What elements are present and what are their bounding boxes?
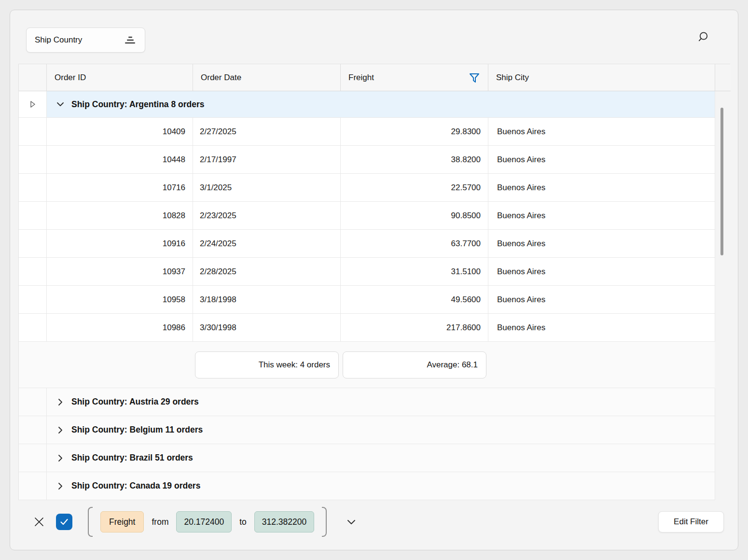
close-filter-icon[interactable] <box>33 516 45 528</box>
app-window: Ship Country Order ID Order Date Freight <box>10 10 738 550</box>
table-row[interactable]: 10448 2/17/1997 38.8200 Buenos Aires <box>18 146 715 174</box>
column-header-order-id[interactable]: Order ID <box>47 64 193 91</box>
group-panel-chip-ship-country[interactable]: Ship Country <box>26 28 145 53</box>
filter-enabled-checkbox[interactable] <box>56 514 72 530</box>
group-header-label: Ship Country: Austria 29 orders <box>71 397 199 407</box>
checkmark-icon <box>59 517 69 527</box>
cell-freight[interactable]: 38.8200 <box>341 146 488 174</box>
cell-ship-city[interactable]: Buenos Aires <box>488 286 715 314</box>
row-gutter-cell <box>19 416 47 444</box>
cell-order-id[interactable]: 10937 <box>47 258 193 286</box>
cell-order-date[interactable]: 3/1/2025 <box>193 174 341 202</box>
table-row[interactable]: 10828 2/23/2025 90.8500 Buenos Aires <box>18 202 715 230</box>
filter-from-value-chip[interactable]: 20.172400 <box>176 511 232 532</box>
chevron-right-icon <box>55 453 65 463</box>
group-row-brazil: Ship Country: Brazil 51 orders <box>18 444 715 472</box>
group-header-label: Ship Country: Canada 19 orders <box>71 481 200 491</box>
cell-order-date[interactable]: 2/17/1997 <box>193 146 341 174</box>
cell-ship-city[interactable]: Buenos Aires <box>488 146 715 174</box>
group-header-canada[interactable]: Ship Country: Canada 19 orders <box>47 472 715 500</box>
cell-order-date[interactable]: 2/27/2025 <box>193 118 341 146</box>
table-row[interactable]: 10986 3/30/1998 217.8600 Buenos Aires <box>18 314 715 342</box>
summary-empty-cell <box>488 342 715 388</box>
column-header-ship-city[interactable]: Ship City <box>488 64 715 91</box>
row-gutter-cell <box>19 202 47 230</box>
close-bracket <box>322 507 327 537</box>
column-header-label: Order ID <box>55 73 86 83</box>
chevron-right-icon <box>55 481 65 491</box>
edit-filter-button[interactable]: Edit Filter <box>658 511 724 532</box>
group-panel-chip-label: Ship Country <box>35 35 82 45</box>
summary-gutter <box>19 342 47 388</box>
cell-freight[interactable]: 49.5600 <box>341 286 488 314</box>
search-icon[interactable] <box>695 28 713 46</box>
row-gutter-cell <box>19 258 47 286</box>
row-expand-gutter[interactable] <box>19 91 47 118</box>
filter-panel: Freight from 20.172400 to 312.382200 Edi… <box>28 510 724 534</box>
row-gutter-cell <box>19 286 47 314</box>
vertical-scrollbar-thumb[interactable] <box>720 108 723 255</box>
cell-order-id[interactable]: 10916 <box>47 230 193 258</box>
cell-ship-city[interactable]: Buenos Aires <box>488 314 715 342</box>
summary-empty-cell <box>47 342 193 388</box>
column-header-order-date[interactable]: Order Date <box>193 64 341 91</box>
cell-order-date[interactable]: 3/18/1998 <box>193 286 341 314</box>
cell-order-date[interactable]: 3/30/1998 <box>193 314 341 342</box>
chevron-right-icon <box>55 425 65 435</box>
filter-to-value-chip[interactable]: 312.382200 <box>254 511 314 532</box>
filter-from-label: from <box>152 517 168 527</box>
row-gutter-cell <box>19 444 47 472</box>
group-header-brazil[interactable]: Ship Country: Brazil 51 orders <box>47 444 715 472</box>
summary-badge-average: Average: 68.1 <box>343 351 486 378</box>
filter-menu-chevron-down-icon[interactable] <box>345 515 358 529</box>
group-header-austria[interactable]: Ship Country: Austria 29 orders <box>47 388 715 416</box>
cell-order-id[interactable]: 10828 <box>47 202 193 230</box>
row-gutter-cell <box>19 146 47 174</box>
group-row-canada: Ship Country: Canada 19 orders <box>18 472 715 500</box>
table-row[interactable]: 10937 2/28/2025 31.5100 Buenos Aires <box>18 258 715 286</box>
row-gutter-cell <box>19 174 47 202</box>
row-gutter-cell <box>19 230 47 258</box>
summary-cell-freight: Average: 68.1 <box>341 342 488 388</box>
cell-order-id[interactable]: 10716 <box>47 174 193 202</box>
table-row[interactable]: 10409 2/27/2025 29.8300 Buenos Aires <box>18 118 715 146</box>
cell-order-date[interactable]: 2/23/2025 <box>193 202 341 230</box>
filter-criteria-group: Freight from 20.172400 to 312.382200 <box>88 507 327 537</box>
row-gutter-cell <box>19 314 47 342</box>
cell-order-id[interactable]: 10958 <box>47 286 193 314</box>
cell-order-date[interactable]: 2/24/2025 <box>193 230 341 258</box>
table-row[interactable]: 10958 3/18/1998 49.5600 Buenos Aires <box>18 286 715 314</box>
cell-ship-city[interactable]: Buenos Aires <box>488 202 715 230</box>
column-header-freight[interactable]: Freight <box>341 64 488 91</box>
group-header-label: Ship Country: Argentina 8 orders <box>71 99 205 110</box>
cell-order-id[interactable]: 10986 <box>47 314 193 342</box>
table-row[interactable]: 10716 3/1/2025 22.5700 Buenos Aires <box>18 174 715 202</box>
table-row[interactable]: 10916 2/24/2025 63.7700 Buenos Aires <box>18 230 715 258</box>
cell-freight[interactable]: 31.5100 <box>341 258 488 286</box>
cell-order-date[interactable]: 2/28/2025 <box>193 258 341 286</box>
cell-ship-city[interactable]: Buenos Aires <box>488 230 715 258</box>
cell-ship-city[interactable]: Buenos Aires <box>488 258 715 286</box>
cell-order-id[interactable]: 10409 <box>47 118 193 146</box>
filter-field-chip[interactable]: Freight <box>100 511 144 532</box>
header-gutter-cell <box>19 64 47 91</box>
cell-freight[interactable]: 90.8500 <box>341 202 488 230</box>
chevron-right-icon <box>55 397 65 407</box>
row-gutter-cell <box>19 472 47 500</box>
filter-funnel-icon[interactable] <box>469 72 480 84</box>
group-header-belgium[interactable]: Ship Country: Belgium 11 orders <box>47 416 715 444</box>
cell-order-id[interactable]: 10448 <box>47 146 193 174</box>
cell-ship-city[interactable]: Buenos Aires <box>488 174 715 202</box>
cell-freight[interactable]: 29.8300 <box>341 118 488 146</box>
cell-freight[interactable]: 63.7700 <box>341 230 488 258</box>
group-row-austria: Ship Country: Austria 29 orders <box>18 388 715 416</box>
group-row-belgium: Ship Country: Belgium 11 orders <box>18 416 715 444</box>
cell-ship-city[interactable]: Buenos Aires <box>488 118 715 146</box>
cell-freight[interactable]: 217.8600 <box>341 314 488 342</box>
group-header-argentina[interactable]: Ship Country: Argentina 8 orders <box>47 91 715 118</box>
cell-freight[interactable]: 22.5700 <box>341 174 488 202</box>
header-filler-cell <box>715 64 731 91</box>
column-header-label: Ship City <box>496 73 529 83</box>
row-gutter-cell <box>19 118 47 146</box>
summary-badge-this-week: This week: 4 orders <box>195 351 339 378</box>
